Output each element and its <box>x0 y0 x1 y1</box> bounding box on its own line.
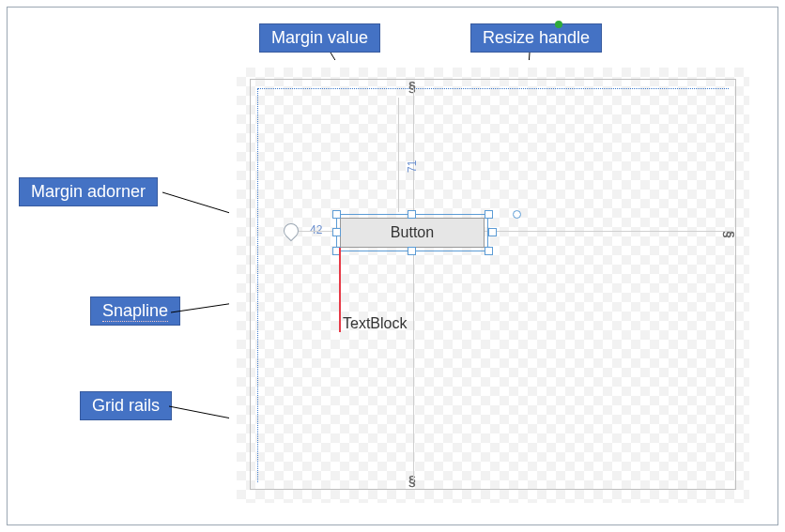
grid-column-divider <box>413 88 414 482</box>
callout-snapline-label: Snapline <box>102 301 168 322</box>
callout-margin-adorner: Margin adorner <box>19 177 158 206</box>
callout-grid-rails: Grid rails <box>80 391 172 420</box>
callout-resize-handle: Resize handle <box>470 23 602 53</box>
designer-surface: § § § 71 42 Button TextBlock <box>229 60 757 510</box>
margin-guide-left <box>299 231 336 232</box>
button-label: Button <box>391 224 434 241</box>
grid-rail-vertical[interactable] <box>257 88 258 482</box>
margin-guide-right <box>485 231 732 232</box>
grid-rail-marker-bottom[interactable]: § <box>408 473 416 488</box>
callout-margin-value: Margin value <box>259 23 380 53</box>
callout-snapline: Snapline <box>90 296 180 326</box>
resize-handle-nw[interactable] <box>332 210 341 219</box>
resize-handle-s[interactable] <box>408 247 416 255</box>
resize-handle-w[interactable] <box>332 228 341 236</box>
resize-handle-e[interactable] <box>488 228 497 236</box>
resize-handle-se[interactable] <box>485 247 493 255</box>
grid-rail-marker-right[interactable]: § <box>722 231 737 238</box>
callout-accent-dot <box>555 21 562 28</box>
page-border <box>250 79 736 490</box>
margin-guide-top <box>398 98 399 212</box>
resize-handle-ne[interactable] <box>485 210 493 219</box>
margin-value-left: 42 <box>310 223 322 236</box>
grid-rail-horizontal[interactable] <box>257 88 729 89</box>
margin-value-top: 71 <box>406 160 419 173</box>
snapline-vertical <box>339 248 341 332</box>
rotate-handle[interactable] <box>513 210 521 219</box>
button-control[interactable]: Button <box>340 218 485 248</box>
textblock-control[interactable]: TextBlock <box>343 315 407 332</box>
grid-rail-marker-top[interactable]: § <box>408 79 416 94</box>
resize-handle-n[interactable] <box>408 210 416 219</box>
